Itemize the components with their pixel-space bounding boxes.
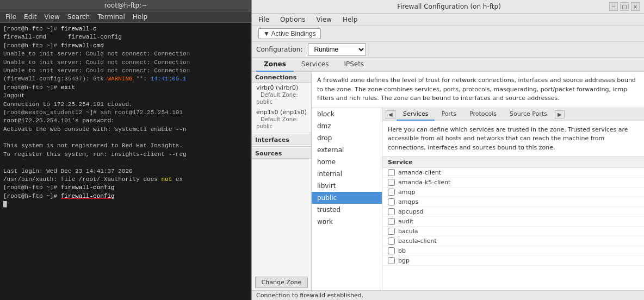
service-amqps: amqps xyxy=(382,197,644,207)
fw-toolbar: ▼ Active Bindings xyxy=(252,26,644,42)
terminal-menubar[interactable]: File Edit View Search Terminal Help xyxy=(0,11,251,23)
service-bacula: bacula xyxy=(382,227,644,236)
zone-home[interactable]: home xyxy=(312,156,382,168)
fw-menu-options[interactable]: Options xyxy=(278,15,307,24)
sidebar-section-connections: Connections xyxy=(252,72,311,83)
service-amanda-k5-client: amanda-k5-client xyxy=(382,178,644,188)
terminal-line: Unable to init server: Could not connect… xyxy=(3,67,248,75)
sidebar-item-enp1s0[interactable]: enp1s0 (enp1s0)Default Zone: public xyxy=(252,107,311,132)
service-bacula-client: bacula-client xyxy=(382,236,644,246)
terminal-title: root@h-ftp:~ xyxy=(104,2,147,9)
service-bacula-checkbox[interactable] xyxy=(388,228,395,235)
menu-search[interactable]: Search xyxy=(66,12,91,21)
zone-list: block dmz drop external home internal li… xyxy=(312,108,382,291)
sidebar-section-sources: Sources xyxy=(252,148,311,159)
close-button[interactable]: × xyxy=(631,2,640,11)
menu-view[interactable]: View xyxy=(43,12,60,21)
config-section: Configuration: Runtime Permanent xyxy=(252,42,644,58)
terminal-line: (firewall-config:35437): Gtk-WARNING **:… xyxy=(3,75,248,83)
menu-edit[interactable]: Edit xyxy=(23,12,38,21)
services-next-button[interactable]: ▶ xyxy=(555,110,565,118)
service-bgp-label: bgp xyxy=(398,257,410,264)
service-bacula-client-label: bacula-client xyxy=(398,238,437,245)
service-audit-checkbox[interactable] xyxy=(388,218,395,225)
terminal-line xyxy=(3,159,248,167)
terminal-pane: root@h-ftp:~ File Edit View Search Termi… xyxy=(0,0,251,300)
tab-zones[interactable]: Zones xyxy=(256,58,294,72)
terminal-line: [root@h-ftp ~]# exit xyxy=(3,84,248,92)
service-bb-checkbox[interactable] xyxy=(388,247,395,254)
zone-libvirt[interactable]: libvirt xyxy=(312,180,382,192)
change-zone-button[interactable]: Change Zone xyxy=(255,277,308,288)
maximize-button[interactable]: □ xyxy=(620,2,629,11)
service-amanda-client-checkbox[interactable] xyxy=(388,169,395,176)
terminal-line: Unable to init server: Could not connect… xyxy=(3,50,248,58)
service-amanda-client: amanda-client xyxy=(382,168,644,178)
fw-titlebar: Firewall Configuration (on h-ftp) − □ × xyxy=(252,0,644,14)
tab-services[interactable]: Services xyxy=(294,58,337,72)
sidebar-item-virbr0[interactable]: virbr0 (virbr0)Default Zone: public xyxy=(252,83,311,107)
terminal-line: [root@westos_student12 ~]# ssh root@172.… xyxy=(3,109,248,117)
services-tab-protocols[interactable]: Protocols xyxy=(463,108,503,121)
service-apcupsd-label: apcupsd xyxy=(398,208,423,215)
sidebar-separator2 xyxy=(252,146,311,147)
service-amqp-checkbox[interactable] xyxy=(388,189,395,196)
zone-external[interactable]: external xyxy=(312,144,382,156)
tab-ipsets[interactable]: IPSets xyxy=(336,58,371,72)
service-amqps-checkbox[interactable] xyxy=(388,198,395,205)
zone-block[interactable]: block xyxy=(312,108,382,120)
zone-trusted[interactable]: trusted xyxy=(312,204,382,216)
zone-drop[interactable]: drop xyxy=(312,132,382,144)
services-tab-ports[interactable]: Ports xyxy=(435,108,463,121)
active-bindings-button[interactable]: ▼ Active Bindings xyxy=(258,28,321,39)
services-tab-source-ports[interactable]: Source Ports xyxy=(503,108,554,121)
service-apcupsd-checkbox[interactable] xyxy=(388,208,395,215)
services-tabs-bar: ◀ Services Ports Protocols Source Ports … xyxy=(382,108,644,121)
service-amqp: amqp xyxy=(382,188,644,197)
service-amanda-k5-client-checkbox[interactable] xyxy=(388,179,395,186)
terminal-body[interactable]: [root@h-ftp ~]# firewall-c firewall-cmd … xyxy=(0,23,251,300)
service-amqps-label: amqps xyxy=(398,198,418,205)
zone-work[interactable]: work xyxy=(312,216,382,228)
terminal-line: [root@h-ftp ~]# firewall-config xyxy=(3,184,248,192)
zone-internal[interactable]: internal xyxy=(312,168,382,180)
menu-file[interactable]: File xyxy=(4,12,17,21)
service-amanda-k5-client-label: amanda-k5-client xyxy=(398,179,450,186)
main-tabs-bar: Zones Services IPSets xyxy=(252,58,644,72)
fw-controls[interactable]: − □ × xyxy=(609,2,640,11)
terminal-line-underline: [root@h-ftp ~]# firewall-config xyxy=(3,192,248,201)
services-description: Here you can define which services are t… xyxy=(382,121,644,158)
zone-content: block dmz drop external home internal li… xyxy=(312,108,644,291)
terminal-line xyxy=(3,134,248,142)
sidebar-section-interfaces: Interfaces xyxy=(252,134,311,145)
minimize-button[interactable]: − xyxy=(609,2,618,11)
sidebar-separator xyxy=(252,133,311,133)
terminal-line: Last login: Wed Dec 23 14:41:37 2020 xyxy=(3,167,248,176)
fw-menu-help[interactable]: Help xyxy=(340,15,360,24)
terminal-titlebar: root@h-ftp:~ xyxy=(0,0,251,11)
services-tab-services[interactable]: Services xyxy=(397,108,435,121)
service-apcupsd: apcupsd xyxy=(382,207,644,217)
fw-title: Firewall Configuration (on h-ftp) xyxy=(289,3,609,10)
zone-description: A firewalld zone defines the level of tr… xyxy=(312,72,644,108)
services-prev-button[interactable]: ◀ xyxy=(386,110,395,118)
menu-terminal[interactable]: Terminal xyxy=(96,12,126,21)
enp1s0-sub: Default Zone: public xyxy=(256,115,298,130)
terminal-line: Activate the web console with: systemctl… xyxy=(3,126,248,134)
terminal-line: [root@h-ftp ~]# firewall-cmd xyxy=(3,42,248,50)
zone-dmz[interactable]: dmz xyxy=(312,120,382,132)
terminal-line: logout xyxy=(3,92,248,100)
sidebar: Connections virbr0 (virbr0)Default Zone:… xyxy=(252,72,312,290)
fw-menu-view[interactable]: View xyxy=(314,15,333,24)
virbr0-sub: Default Zone: public xyxy=(256,91,298,106)
service-audit: audit xyxy=(382,217,644,227)
fw-menu-file[interactable]: File xyxy=(256,15,271,24)
service-bgp-checkbox[interactable] xyxy=(388,257,395,264)
content-panel: A firewalld zone defines the level of tr… xyxy=(312,72,644,290)
service-bacula-client-checkbox[interactable] xyxy=(388,238,395,245)
menu-help[interactable]: Help xyxy=(132,12,148,21)
service-amqp-label: amqp xyxy=(398,189,415,196)
config-dropdown[interactable]: Runtime Permanent xyxy=(308,43,366,55)
zone-public[interactable]: public xyxy=(312,192,382,204)
services-list-header: Service xyxy=(382,157,644,168)
